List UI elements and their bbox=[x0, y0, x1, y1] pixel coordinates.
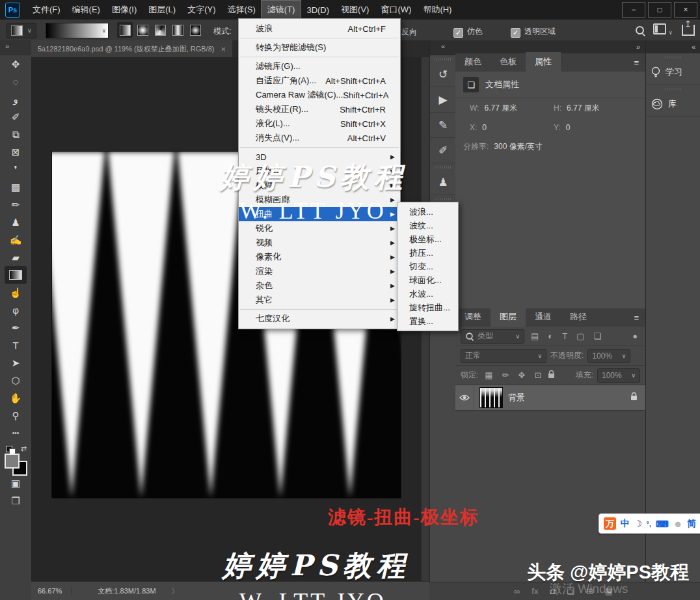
menu-filter[interactable]: 滤镜(T) bbox=[262, 1, 301, 19]
transparency-checkbox[interactable]: ✓透明区域 bbox=[511, 26, 556, 38]
submenu-item-pinch[interactable]: 挤压... bbox=[397, 246, 458, 260]
menu-3d[interactable]: 3D(D) bbox=[301, 2, 335, 18]
submenu-item-displace[interactable]: 置换... bbox=[397, 314, 458, 328]
radial-gradient-button[interactable] bbox=[135, 22, 150, 38]
width-value[interactable]: 6.77 厘米 bbox=[484, 103, 517, 113]
document-tab[interactable]: 5a1282180e6a9.psd @ 119% (版权禁止叠加图, RGB/8… bbox=[31, 40, 232, 57]
submenu-item-shear[interactable]: 切变... bbox=[397, 260, 458, 273]
layer-name[interactable]: 背景 bbox=[508, 392, 525, 403]
minimize-button[interactable]: − bbox=[622, 2, 645, 18]
submenu-item-ripple[interactable]: 波纹... bbox=[397, 219, 458, 232]
quick-mask-button[interactable]: ▣ bbox=[5, 474, 27, 492]
tab-channels[interactable]: 通道 bbox=[526, 307, 561, 327]
swap-colors-icon[interactable]: ⇄ bbox=[21, 444, 27, 453]
tab-paths[interactable]: 路径 bbox=[561, 307, 596, 327]
menu-item-lens-correction[interactable]: 镜头校正(R)...Shift+Ctrl+R bbox=[239, 102, 400, 116]
status-expand-icon[interactable]: 〉 bbox=[172, 586, 179, 596]
ime-language-toggle[interactable]: 中 bbox=[621, 518, 630, 530]
menu-view[interactable]: 视图(V) bbox=[335, 1, 375, 19]
menu-item-adaptive-wide-angle[interactable]: 自适应广角(A)...Alt+Shift+Ctrl+A bbox=[239, 74, 400, 88]
eyedropper-tool[interactable]: ❜ bbox=[5, 161, 27, 178]
screen-mode-button[interactable]: ❐ bbox=[5, 492, 27, 510]
expand-toolbar-icon[interactable]: » bbox=[0, 40, 31, 55]
x-value[interactable]: 0 bbox=[482, 123, 487, 132]
filter-shape-layers-icon[interactable]: ▢ bbox=[574, 331, 587, 341]
y-value[interactable]: 0 bbox=[566, 123, 571, 132]
ime-toolbar[interactable]: 万 中 ☽ °, ⌨ ☻ 简 bbox=[599, 513, 700, 534]
shape-tool[interactable]: ⬡ bbox=[5, 372, 27, 389]
ime-fullwidth-icon[interactable]: ☽ bbox=[634, 519, 642, 529]
lock-image-pixels-icon[interactable]: ✏ bbox=[500, 370, 512, 380]
edit-toolbar-button[interactable]: ••• bbox=[5, 424, 27, 442]
menu-item-liquify[interactable]: 液化(L)...Shift+Ctrl+X bbox=[239, 116, 400, 131]
foreground-color-swatch[interactable] bbox=[5, 454, 20, 469]
menu-item-render[interactable]: 渲染▶ bbox=[239, 264, 400, 279]
menu-image[interactable]: 图像(I) bbox=[106, 1, 142, 19]
expand-panels-icon[interactable]: « bbox=[430, 40, 456, 55]
delete-layer-icon[interactable]: ▦ bbox=[605, 586, 613, 596]
tab-layers[interactable]: 图层 bbox=[491, 307, 526, 327]
layer-kind-dropdown[interactable]: 类型 ∨ bbox=[461, 329, 524, 344]
menu-type[interactable]: 文字(Y) bbox=[182, 1, 221, 19]
menu-item-video[interactable]: 视频▶ bbox=[239, 236, 400, 250]
close-button[interactable]: × bbox=[674, 2, 697, 18]
filter-adjustment-layers-icon[interactable]: ◐ bbox=[545, 331, 556, 341]
lock-transparent-pixels-icon[interactable]: ▦ bbox=[482, 370, 495, 380]
menu-item-filter-gallery[interactable]: 滤镜库(G)... bbox=[239, 59, 400, 74]
clone-source-panel-button[interactable]: ♟ bbox=[430, 170, 456, 195]
dodge-tool[interactable]: φ bbox=[5, 301, 27, 319]
link-layers-icon[interactable]: ∞ bbox=[514, 586, 520, 596]
menu-item-3d[interactable]: 3D▶ bbox=[239, 150, 400, 164]
menu-item-last-filter-wave[interactable]: 波浪Alt+Ctrl+F bbox=[239, 21, 400, 36]
hand-tool[interactable]: ✋ bbox=[5, 389, 27, 407]
blend-mode-dropdown[interactable]: 正常 ∨ bbox=[461, 349, 546, 363]
menu-select[interactable]: 选择(S) bbox=[221, 1, 261, 19]
menu-layer[interactable]: 图层(L) bbox=[142, 1, 182, 19]
menu-item-blur[interactable]: 模糊▶ bbox=[239, 178, 400, 193]
linear-gradient-button[interactable] bbox=[117, 22, 133, 38]
menu-item-distort[interactable]: 扭曲▶ bbox=[239, 207, 400, 221]
lasso-tool[interactable]: و bbox=[5, 90, 27, 108]
elliptical-marquee-tool[interactable]: ◌ bbox=[5, 73, 27, 90]
ime-user-icon[interactable]: ☻ bbox=[673, 519, 683, 529]
submenu-item-wave[interactable]: 波浪... bbox=[397, 205, 458, 219]
collapse-panels-icon[interactable]: » bbox=[636, 43, 645, 51]
filter-smart-object-icon[interactable]: ❏ bbox=[591, 331, 604, 341]
height-value[interactable]: 6.77 厘米 bbox=[567, 103, 600, 113]
move-tool[interactable]: ✥ bbox=[5, 55, 27, 73]
menu-item-camera-raw[interactable]: Camera Raw 滤镜(C)...Shift+Ctrl+A bbox=[239, 88, 400, 102]
libraries-panel-button[interactable]: 库 bbox=[646, 92, 700, 117]
filter-toggle-icon[interactable]: ● bbox=[630, 331, 640, 341]
clone-stamp-tool[interactable]: ♟ bbox=[5, 213, 27, 231]
pen-tool[interactable]: ✒ bbox=[5, 319, 27, 336]
menu-item-pixelate[interactable]: 像素化▶ bbox=[239, 250, 400, 264]
gradient-tool[interactable] bbox=[5, 266, 27, 284]
filter-image-layers-icon[interactable]: ▤ bbox=[528, 331, 541, 341]
layer-mask-icon[interactable]: ◘ bbox=[550, 586, 555, 596]
submenu-item-zigzag[interactable]: 水波... bbox=[397, 287, 458, 301]
angle-gradient-button[interactable] bbox=[152, 22, 168, 38]
zoom-level[interactable]: 66.67% bbox=[31, 587, 72, 595]
lock-all-icon[interactable] bbox=[548, 370, 555, 381]
tool-preset-dropdown[interactable]: ∨ bbox=[7, 23, 36, 38]
layer-effects-icon[interactable]: fx bbox=[532, 586, 538, 596]
workspace-switcher[interactable]: ∨ bbox=[653, 23, 673, 36]
menu-item-qidu-localization[interactable]: 七度汉化▶ bbox=[239, 312, 400, 326]
panel-menu-icon[interactable]: ≡ bbox=[627, 309, 645, 327]
smudge-tool[interactable]: ☝ bbox=[5, 284, 27, 301]
search-icon[interactable] bbox=[636, 26, 644, 34]
menu-item-sharpen[interactable]: 锐化▶ bbox=[239, 221, 400, 236]
submenu-item-polar-coordinates[interactable]: 极坐标... bbox=[397, 232, 458, 246]
ime-keyboard-icon[interactable]: ⌨ bbox=[656, 519, 669, 529]
reflected-gradient-button[interactable] bbox=[170, 22, 185, 38]
menu-item-vanishing-point[interactable]: 消失点(V)...Alt+Ctrl+V bbox=[239, 131, 400, 145]
zoom-tool[interactable]: ⚲ bbox=[5, 407, 27, 424]
fill-input[interactable]: 100% ∨ bbox=[597, 368, 640, 383]
type-tool[interactable]: T bbox=[5, 336, 27, 354]
menu-item-other[interactable]: 其它▶ bbox=[239, 293, 400, 307]
maximize-button[interactable]: □ bbox=[648, 2, 671, 18]
actions-panel-button[interactable]: ▶ bbox=[430, 87, 456, 113]
submenu-item-twirl[interactable]: 旋转扭曲... bbox=[397, 301, 458, 314]
submenu-item-spherize[interactable]: 球面化... bbox=[397, 273, 458, 287]
menu-item-convert-smart-filter[interactable]: 转换为智能滤镜(S) bbox=[239, 40, 400, 55]
